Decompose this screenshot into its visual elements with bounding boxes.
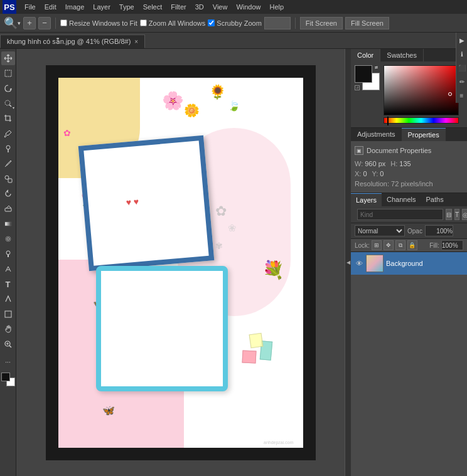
props-w-label: W:: [355, 160, 363, 167]
hue-bar[interactable]: [384, 117, 459, 124]
shape-tool[interactable]: [1, 307, 15, 321]
doc-props-title-text: Document Properties: [367, 147, 431, 154]
layers-filter-input[interactable]: [357, 209, 443, 220]
layer-visibility-toggle[interactable]: 👁: [355, 259, 363, 268]
zoom-tool[interactable]: [1, 337, 15, 351]
swap-colors-icon[interactable]: ⇄: [375, 65, 380, 70]
brush-tool[interactable]: [1, 157, 15, 171]
panel-collapse-handle[interactable]: ◀: [345, 49, 351, 476]
adjustments-tab[interactable]: Adjustments: [351, 128, 402, 141]
info-icon[interactable]: ℹ: [457, 49, 467, 59]
play-icon[interactable]: ▶: [457, 35, 467, 45]
menu-window[interactable]: Window: [232, 2, 265, 12]
layers-filter-icon3[interactable]: ◎: [462, 209, 467, 220]
menu-type[interactable]: Type: [115, 2, 139, 12]
properties-tab[interactable]: Properties: [402, 128, 446, 141]
eraser-tool[interactable]: [1, 202, 15, 216]
channels-tab[interactable]: Channels: [382, 193, 421, 206]
layers-tab[interactable]: Layers: [351, 193, 382, 206]
foreground-color-large[interactable]: [355, 65, 372, 83]
lock-position-icon[interactable]: ✥: [384, 240, 394, 250]
layer-background-row[interactable]: 👁 Background: [351, 252, 467, 275]
flower-top3: 🌻: [209, 84, 226, 100]
reset-colors-icon[interactable]: ↺: [355, 85, 360, 90]
zoom-percent-input[interactable]: 100%: [264, 17, 291, 29]
layers-filter-icon1[interactable]: ⊟: [446, 209, 452, 220]
color-tab[interactable]: Color: [351, 49, 380, 61]
color-gradient-picker[interactable]: [384, 65, 459, 115]
menu-help[interactable]: Help: [266, 2, 289, 12]
history-brush-tool[interactable]: [1, 187, 15, 201]
props-row-xy: X: 0 Y: 0: [355, 170, 463, 177]
move-tool[interactable]: [1, 51, 15, 65]
flower-top2: 🌼: [184, 103, 200, 118]
swatches-tab[interactable]: Swatches: [380, 49, 424, 61]
lasso-tool[interactable]: [1, 82, 15, 95]
menu-file[interactable]: File: [20, 2, 40, 12]
healing-brush-tool[interactable]: [1, 142, 15, 156]
layers-filter-icon2[interactable]: T: [454, 209, 459, 220]
document-tab-title: khung hình có sẵn.jpg @ 41% (RGB/8#): [7, 38, 131, 46]
brush2-icon[interactable]: ✏: [457, 77, 467, 87]
zoom-all-checkbox-label[interactable]: Zoom All Windows: [140, 19, 205, 27]
crop-tool[interactable]: [1, 112, 15, 125]
menu-bar: PS File Edit Image Layer Type Select Fil…: [0, 0, 467, 14]
lock-artboard-icon[interactable]: ⧉: [395, 240, 405, 250]
zoom-tool-icon[interactable]: 🔍: [4, 16, 18, 30]
blend-mode-select[interactable]: Normal: [355, 225, 405, 236]
resize-windows-checkbox-label[interactable]: Resize Windows to Fit: [60, 19, 137, 27]
foreground-color-swatch[interactable]: [1, 373, 10, 381]
fit-screen-button[interactable]: Fit Screen: [300, 17, 343, 29]
separator-1: [55, 18, 56, 29]
pen-tool[interactable]: [1, 262, 15, 276]
hand-tool[interactable]: [1, 322, 15, 336]
quick-select-tool[interactable]: ▾: [1, 97, 15, 110]
menu-select[interactable]: Select: [139, 2, 167, 12]
gradient-tool[interactable]: [1, 217, 15, 231]
menu-3d[interactable]: 3D: [191, 2, 208, 12]
eyedropper-tool[interactable]: [1, 127, 15, 140]
zoom-in-button[interactable]: +: [23, 17, 36, 29]
zoom-out-button[interactable]: −: [38, 17, 51, 29]
watermark: anhdepzai.com: [264, 440, 293, 445]
frame2: [96, 266, 228, 391]
stamp-icon[interactable]: ⬛: [457, 63, 467, 73]
app-logo: PS: [3, 0, 16, 14]
scrubby-zoom-checkbox-label[interactable]: Scrubby Zoom: [208, 19, 262, 27]
document-tab-active[interactable]: khung hình có sẵn.jpg @ 41% (RGB/8#) ×: [0, 34, 145, 48]
blur-tool[interactable]: [1, 232, 15, 246]
scrubby-zoom-label: Scrubby Zoom: [217, 19, 262, 27]
fill-screen-button[interactable]: Fill Screen: [345, 17, 389, 29]
menu-view[interactable]: View: [208, 2, 232, 12]
menu-edit[interactable]: Edit: [40, 2, 61, 12]
rectangular-marquee-tool[interactable]: [1, 66, 15, 80]
extra-tools[interactable]: ···: [1, 355, 15, 369]
canvas-area[interactable]: 🌸 🌼 🌻 🍃 ✿ 🌺 🦋 🦋 ♥ ♥: [16, 49, 345, 476]
type-tool[interactable]: T: [1, 277, 15, 291]
color-picker-area: ↺ ⇄: [355, 65, 463, 124]
layers-tabs: Layers Channels Paths: [351, 193, 467, 206]
svg-point-12: [6, 251, 10, 255]
fill-label: Fill:: [429, 240, 439, 250]
menu-filter[interactable]: Filter: [166, 2, 190, 12]
fill-input[interactable]: [441, 240, 463, 250]
path-selection-tool[interactable]: [1, 292, 15, 306]
lock-all-icon[interactable]: 🔒: [407, 240, 417, 250]
dodge-tool[interactable]: [1, 247, 15, 261]
svg-line-3: [9, 105, 11, 107]
adjust-icon[interactable]: ≡: [457, 90, 467, 100]
lock-pixels-icon[interactable]: ⊞: [372, 240, 382, 250]
scrubby-zoom-checkbox[interactable]: [208, 19, 215, 26]
document-tab-close[interactable]: ×: [134, 38, 138, 45]
clone-stamp-tool[interactable]: [1, 172, 15, 186]
svg-point-11: [7, 238, 9, 240]
paths-tab[interactable]: Paths: [421, 193, 449, 206]
opacity-input[interactable]: [425, 225, 453, 236]
menu-layer[interactable]: Layer: [89, 2, 115, 12]
main-layout: ▾: [0, 49, 467, 476]
canvas: 🌸 🌼 🌻 🍃 ✿ 🌺 🦋 🦋 ♥ ♥: [58, 78, 303, 448]
layers-filter: ⊟ T ◎ ◉: [351, 206, 467, 223]
menu-image[interactable]: Image: [61, 2, 89, 12]
resize-windows-checkbox[interactable]: [60, 19, 67, 26]
zoom-all-checkbox[interactable]: [140, 19, 147, 26]
